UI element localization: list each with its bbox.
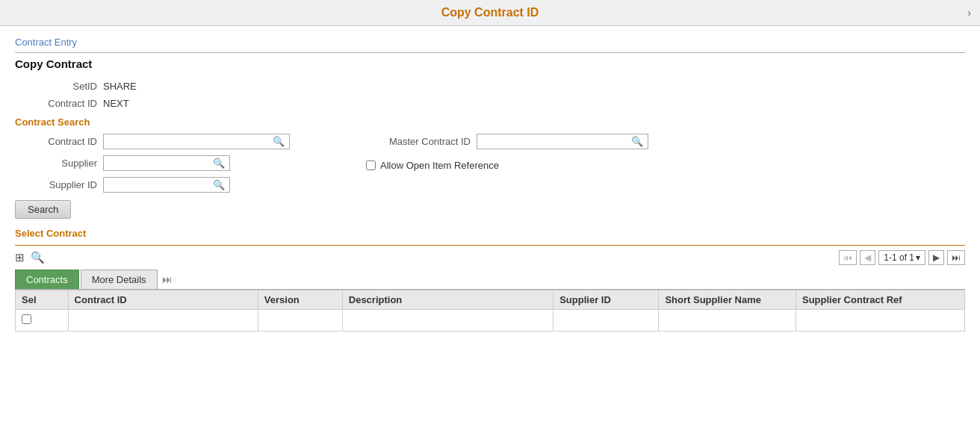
cell-short-supplier-name xyxy=(659,310,796,332)
col-header-contract-id: Contract ID xyxy=(68,290,258,310)
supplier-id-search-icon-btn[interactable]: 🔍 xyxy=(211,179,226,190)
col-header-description: Description xyxy=(342,290,553,310)
contract-id-static-value: NEXT xyxy=(103,98,129,109)
cell-version xyxy=(258,310,342,332)
search-left-col: Contract ID 🔍 Supplier 🔍 Sup xyxy=(15,134,336,193)
top-header: Copy Contract ID › xyxy=(0,0,980,26)
cell-supplier-id xyxy=(553,310,659,332)
contract-id-search-row: Contract ID 🔍 xyxy=(15,134,336,149)
setid-value: SHARE xyxy=(103,81,137,92)
setid-row: SetID SHARE xyxy=(15,81,965,92)
first-page-btn[interactable]: ⏮ xyxy=(839,250,857,265)
breadcrumb: Contract Entry xyxy=(15,37,965,48)
allow-open-item-label: Allow Open Item Reference xyxy=(380,160,499,171)
supplier-id-search-label: Supplier ID xyxy=(15,179,97,190)
supplier-id-input[interactable] xyxy=(107,179,211,190)
tab-more-details[interactable]: More Details xyxy=(81,270,158,289)
last-page-btn[interactable]: ⏭ xyxy=(947,250,965,265)
cell-sel xyxy=(16,310,69,332)
table-row xyxy=(16,310,965,332)
contract-id-static-label: Contract ID xyxy=(15,98,97,109)
allow-open-item-row: Allow Open Item Reference xyxy=(366,160,687,171)
col-header-sel: Sel xyxy=(16,290,69,310)
col-header-version: Version xyxy=(258,290,342,310)
search-button[interactable]: Search xyxy=(15,200,71,219)
setid-label: SetID xyxy=(15,81,97,92)
supplier-input-wrap: 🔍 xyxy=(103,155,230,171)
next-page-btn[interactable]: ▶ xyxy=(928,250,944,265)
select-contract-section: Select Contract ⊞ 🔍 ⏮ ◀ 1-1 of 1 ▾ ▶ ⏭ C… xyxy=(15,228,965,332)
table-header-row: Sel Contract ID Version Description Supp… xyxy=(16,290,965,310)
master-contract-id-input[interactable] xyxy=(480,136,630,147)
select-contract-header: Select Contract xyxy=(15,228,965,239)
col-header-supplier-contract-ref: Supplier Contract Ref xyxy=(796,290,965,310)
page-title: Copy Contract xyxy=(15,57,965,70)
tabs-row: Contracts More Details ⏭ xyxy=(15,270,965,290)
row-select-checkbox[interactable] xyxy=(22,314,31,324)
supplier-search-icon-btn[interactable]: 🔍 xyxy=(211,158,226,169)
supplier-input[interactable] xyxy=(107,158,211,169)
master-contract-id-label: Master Contract ID xyxy=(366,136,471,147)
main-content: Contract Entry Copy Contract SetID SHARE… xyxy=(0,26,980,342)
contract-id-search-label: Contract ID xyxy=(15,136,97,147)
contract-id-input-wrap: 🔍 xyxy=(103,134,290,149)
master-contract-id-row: Master Contract ID 🔍 xyxy=(366,134,687,149)
tab-divider-icon[interactable]: ⏭ xyxy=(162,273,173,285)
grid-icon[interactable]: ⊞ xyxy=(15,251,25,264)
supplier-search-label: Supplier xyxy=(15,158,97,169)
col-header-short-supplier-name: Short Supplier Name xyxy=(659,290,796,310)
contracts-table: Sel Contract ID Version Description Supp… xyxy=(15,290,965,332)
contract-id-static-row: Contract ID NEXT xyxy=(15,98,965,109)
supplier-id-search-row: Supplier ID 🔍 xyxy=(15,177,336,193)
master-contract-id-search-icon-btn[interactable]: 🔍 xyxy=(630,136,645,147)
search-section: Contract ID 🔍 Supplier 🔍 Sup xyxy=(15,134,965,219)
contract-id-input[interactable] xyxy=(107,136,271,147)
search-right-col: Master Contract ID 🔍 Allow Open Item Ref… xyxy=(366,134,687,193)
tab-contracts[interactable]: Contracts xyxy=(15,270,79,289)
supplier-search-row: Supplier 🔍 xyxy=(15,155,336,171)
page-indicator: 1-1 of 1 ▾ xyxy=(878,250,925,265)
supplier-id-input-wrap: 🔍 xyxy=(103,177,230,193)
contract-id-search-icon-btn[interactable]: 🔍 xyxy=(271,136,286,147)
table-toolbar: ⊞ 🔍 ⏮ ◀ 1-1 of 1 ▾ ▶ ⏭ xyxy=(15,250,965,265)
cell-supplier-contract-ref xyxy=(796,310,965,332)
col-header-supplier-id: Supplier ID xyxy=(553,290,659,310)
page-header-title: Copy Contract ID xyxy=(441,6,539,19)
allow-open-item-checkbox[interactable] xyxy=(366,161,376,170)
select-contract-divider xyxy=(15,245,965,246)
header-arrow-icon: › xyxy=(967,7,971,19)
contract-search-header: Contract Search xyxy=(15,116,965,128)
search-grid: Contract ID 🔍 Supplier 🔍 Sup xyxy=(15,134,687,193)
prev-page-btn[interactable]: ◀ xyxy=(860,250,875,265)
pagination-wrap: ⏮ ◀ 1-1 of 1 ▾ ▶ ⏭ xyxy=(839,250,965,265)
breadcrumb-divider xyxy=(15,52,965,53)
page-indicator-text: 1-1 of 1 xyxy=(884,252,914,263)
cell-contract-id xyxy=(68,310,258,332)
toolbar-search-icon[interactable]: 🔍 xyxy=(31,251,45,264)
cell-description xyxy=(342,310,553,332)
page-dropdown-icon: ▾ xyxy=(916,252,920,263)
master-contract-id-input-wrap: 🔍 xyxy=(477,134,648,149)
toolbar-left: ⊞ 🔍 xyxy=(15,251,45,264)
